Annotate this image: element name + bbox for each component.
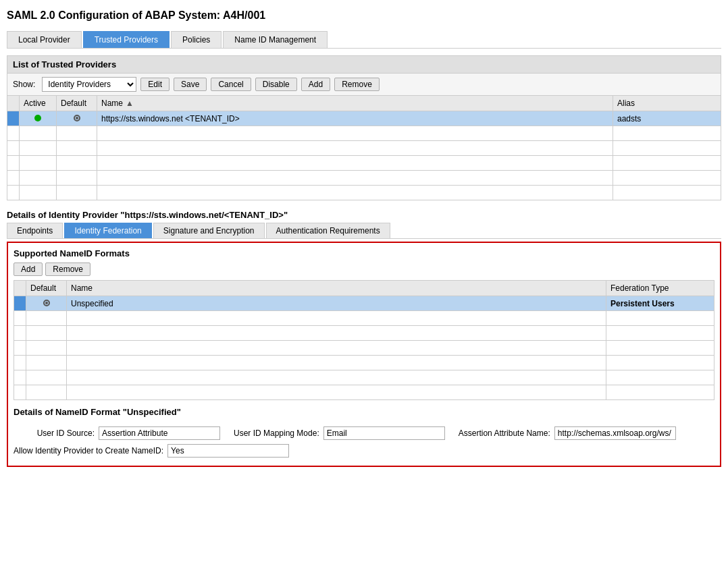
cell-name: https://sts.windows.net <TENANT_ID> [97,111,613,126]
nameid-toolbar: Add Remove [14,262,714,276]
sort-arrow: ▲ [126,99,134,108]
nameid-form-area: User ID Source: User ID Mapping Mode: As… [14,421,714,460]
edit-button[interactable]: Edit [140,78,170,91]
trusted-providers-table: Active Default Name ▲ Alias https://sts.… [7,95,721,200]
disable-button[interactable]: Disable [255,78,297,91]
table-row [7,126,721,141]
tab-local-provider[interactable]: Local Provider [7,31,82,48]
active-indicator [34,115,41,121]
cell-alias: aadsts [613,111,721,126]
idp-details-heading: Details of Identity Provider "https://st… [7,207,721,223]
cell-default [26,296,67,311]
add-button[interactable]: Add [301,78,330,91]
nameid-format-details-heading: Details of NameID Format "Unspecified" [14,407,714,417]
col-active: Active [20,96,57,111]
assertion-attr-name-label: Assertion Attribute Name: [459,428,550,438]
table-row[interactable]: https://sts.windows.net <TENANT_ID> aads… [7,111,721,126]
table-row [14,356,714,370]
remove-button[interactable]: Remove [334,78,380,91]
tab-policies[interactable]: Policies [171,31,222,48]
col-default: Default [26,281,67,296]
cell-federation-type: Persistent Users [606,296,714,311]
allow-create-label: Allow Identity Provider to Create NameID… [14,446,163,455]
col-indicator [7,96,20,111]
form-row-assertion-attr-name: Assertion Attribute Name: [459,426,676,440]
red-border-section: Supported NameID Formats Add Remove Defa… [7,242,721,467]
table-row [7,156,721,171]
form-row-allow-create: Allow Identity Provider to Create NameID… [14,444,289,458]
trusted-providers-toolbar: Show: Identity Providers Service Provide… [7,73,721,95]
allow-create-input[interactable] [167,444,289,458]
nameid-heading: Supported NameID Formats [14,248,714,258]
col-alias: Alias [613,96,721,111]
row-indicator [7,111,20,126]
tab-trusted-providers[interactable]: Trusted Providers [83,31,170,48]
tab-name-id-management[interactable]: Name ID Management [223,31,328,48]
table-row [14,326,714,341]
col-federation-type: Federation Type [606,281,714,296]
cell-name: Unspecified [67,296,606,311]
save-button[interactable]: Save [174,78,207,91]
page-title: SAML 2.0 Configuration of ABAP System: A… [7,7,721,24]
col-name: Name ▲ [97,96,613,111]
form-row-user-id-source: User ID Source: [14,426,220,440]
table-row [14,311,714,326]
page-container: SAML 2.0 Configuration of ABAP System: A… [0,0,728,581]
nameid-table: Default Name Federation Type Unspecified… [14,280,714,400]
col-default: Default [57,96,97,111]
assertion-attr-name-input[interactable] [554,426,676,440]
cell-active [20,111,57,126]
trusted-providers-heading: List of Trusted Providers [7,55,721,73]
sub-tab-authentication-requirements[interactable]: Authentication Requirements [266,223,390,238]
sub-tab-endpoints[interactable]: Endpoints [7,223,63,238]
main-tab-bar: Local Provider Trusted Providers Policie… [7,31,721,49]
table-row [7,141,721,156]
user-id-mapping-input[interactable] [323,426,445,440]
sub-tab-bar: Endpoints Identity Federation Signature … [7,223,721,239]
nameid-remove-button[interactable]: Remove [45,262,90,276]
table-row [14,370,714,385]
default-radio [74,115,80,121]
user-id-source-label: User ID Source: [14,428,95,438]
user-id-mapping-label: User ID Mapping Mode: [234,428,319,438]
form-row-user-id-mapping: User ID Mapping Mode: [234,426,445,440]
sub-tab-signature-encryption[interactable]: Signature and Encryption [153,223,265,238]
cell-default [57,111,97,126]
table-row [7,171,721,186]
user-id-source-input[interactable] [99,426,220,440]
show-select[interactable]: Identity Providers Service Providers [42,77,136,92]
col-name: Name [67,281,606,296]
row-indicator [14,296,26,311]
sub-tab-identity-federation[interactable]: Identity Federation [64,223,151,238]
show-label: Show: [13,80,35,89]
table-row [14,385,714,400]
default-radio [43,300,50,306]
nameid-add-button[interactable]: Add [14,262,43,276]
table-row [7,186,721,200]
table-row [14,341,714,356]
cancel-button[interactable]: Cancel [211,78,251,91]
table-row[interactable]: Unspecified Persistent Users [14,296,714,311]
col-indicator [14,281,26,296]
